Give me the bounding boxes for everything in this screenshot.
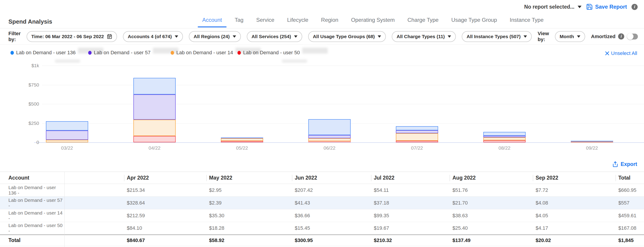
bar-04/22[interactable] bbox=[134, 66, 176, 142]
bar-segment[interactable] bbox=[308, 119, 351, 135]
save-report-info-icon[interactable]: i bbox=[632, 4, 638, 10]
x-axis-label: 08/22 bbox=[486, 145, 523, 151]
value-cell: $167.08 bbox=[616, 222, 644, 235]
bar-segment[interactable] bbox=[46, 121, 88, 131]
value-cell: $7.72 bbox=[533, 184, 616, 197]
export-button[interactable]: Export bbox=[612, 161, 637, 167]
filter-bar-divider bbox=[0, 44, 644, 45]
accounts-filter-pill[interactable]: Accounts 4 (of 674) bbox=[123, 31, 183, 42]
bar-segment[interactable] bbox=[308, 141, 351, 142]
value-cell: $19.67 bbox=[371, 222, 450, 235]
tab-region[interactable]: Region bbox=[321, 17, 338, 23]
tab-instance-type[interactable]: Instance Type bbox=[510, 17, 544, 23]
y-axis-label: $500 bbox=[0, 101, 39, 107]
bar-segment[interactable] bbox=[396, 130, 438, 133]
tab-lifecycle[interactable]: Lifecycle bbox=[287, 17, 308, 23]
legend-label: Lab on Demand - user 50 bbox=[243, 50, 300, 56]
charge-types-filter-pill[interactable]: All Charge Types (11) bbox=[392, 31, 456, 42]
bar-segment[interactable] bbox=[134, 120, 176, 136]
bar-segment[interactable] bbox=[221, 138, 263, 141]
unselect-all-button[interactable]: Unselect All bbox=[605, 50, 637, 56]
instance-types-filter-pill[interactable]: All Instance Types (507) bbox=[462, 31, 532, 42]
value-cell: $212.59 bbox=[124, 209, 206, 222]
account-name: Lab on Demand - user 57 - bbox=[8, 198, 64, 208]
regions-filter-pill[interactable]: All Regions (24) bbox=[189, 31, 241, 42]
spacer-cell bbox=[64, 222, 124, 235]
time-filter-pill[interactable]: Time: 06 Mar 2022 - 06 Sep 2022 bbox=[26, 31, 117, 42]
amortized-label: Amortized bbox=[591, 34, 616, 39]
bar-segment[interactable] bbox=[221, 138, 263, 138]
services-filter-value: All Services (254) bbox=[252, 34, 291, 39]
tab-bar: Account Tag Service Lifecycle Region Ope… bbox=[202, 0, 544, 28]
table-row: Lab on Demand - user 50 - $84.10 $18.28 … bbox=[0, 222, 644, 235]
usage-type-groups-filter-pill[interactable]: All Usage Type Groups (68) bbox=[308, 31, 386, 42]
table-header-row: Account Apr 2022 May 2022 Jun 2022 Jul 2… bbox=[0, 172, 644, 184]
export-label: Export bbox=[620, 161, 637, 167]
x-axis-label: 05/22 bbox=[224, 145, 260, 151]
bar-segment[interactable] bbox=[221, 141, 263, 142]
y-axis-label: 0 bbox=[0, 140, 39, 145]
tab-charge-type[interactable]: Charge Type bbox=[408, 17, 438, 23]
value-cell: $660.95 bbox=[616, 184, 644, 197]
column-header-account[interactable]: Account bbox=[0, 172, 64, 184]
bar-segment[interactable] bbox=[308, 135, 351, 138]
legend-dot-blue bbox=[10, 51, 14, 55]
chevron-down-icon bbox=[577, 35, 580, 38]
value-cell: $54.11 bbox=[371, 184, 450, 197]
amortized-toggle[interactable] bbox=[627, 34, 638, 39]
legend-item-user-50[interactable]: Lab on Demand - user 50 bbox=[238, 50, 328, 56]
bar-08/22[interactable] bbox=[483, 66, 526, 142]
charge-types-filter-value: All Charge Types (11) bbox=[396, 34, 445, 39]
total-value-cell: $20.02 bbox=[533, 235, 616, 246]
column-header-jul[interactable]: Jul 2022 bbox=[371, 172, 450, 184]
bar-segment[interactable] bbox=[483, 140, 526, 142]
bar-segment[interactable] bbox=[308, 138, 351, 141]
instance-types-filter-value: All Instance Types (507) bbox=[466, 34, 520, 39]
account-cell: Lab on Demand - user 50 - bbox=[0, 222, 64, 235]
bar-segment[interactable] bbox=[571, 141, 613, 141]
tab-operating-system[interactable]: Operating System bbox=[351, 17, 395, 23]
bar-segment[interactable] bbox=[46, 131, 88, 140]
tab-usage-type-group[interactable]: Usage Type Group bbox=[451, 17, 497, 23]
bar-segment[interactable] bbox=[396, 126, 438, 130]
value-cell: $35.30 bbox=[206, 209, 292, 222]
bar-segment[interactable] bbox=[134, 94, 176, 120]
filter-bar: Filter by: Time: 06 Mar 2022 - 06 Sep 20… bbox=[0, 28, 644, 44]
column-header-jun[interactable]: Jun 2022 bbox=[292, 172, 371, 184]
save-report-button[interactable]: Save Report bbox=[586, 3, 627, 10]
view-by-month-pill[interactable]: Month bbox=[555, 31, 585, 42]
bar-05/22[interactable] bbox=[221, 66, 263, 142]
x-axis-label: 03/22 bbox=[49, 145, 85, 151]
x-axis-label: 04/22 bbox=[136, 145, 173, 151]
total-value-cell: $58.92 bbox=[206, 235, 292, 246]
account-cell: Lab on Demand - user 57 - bbox=[0, 197, 64, 209]
bar-07/22[interactable] bbox=[396, 66, 438, 142]
bar-segment[interactable] bbox=[134, 78, 176, 94]
bar-segment[interactable] bbox=[134, 136, 176, 142]
services-filter-pill[interactable]: All Services (254) bbox=[247, 31, 302, 42]
spacer-cell bbox=[64, 184, 124, 197]
column-header-aug[interactable]: Aug 2022 bbox=[450, 172, 533, 184]
bar-segment[interactable] bbox=[396, 133, 438, 141]
bar-03/22[interactable] bbox=[46, 66, 88, 142]
amortized-info-icon[interactable]: i bbox=[618, 33, 624, 39]
column-header-total[interactable]: Total bbox=[616, 172, 644, 184]
bar-09/22[interactable] bbox=[571, 66, 613, 142]
tab-account[interactable]: Account bbox=[202, 17, 222, 23]
value-cell: $328.64 bbox=[124, 197, 206, 209]
table-row: Lab on Demand - user 14 - $212.59 $35.30… bbox=[0, 209, 644, 222]
tab-tag[interactable]: Tag bbox=[235, 17, 244, 23]
bar-segment[interactable] bbox=[46, 140, 88, 142]
bar-06/22[interactable] bbox=[308, 66, 351, 142]
bar-segment[interactable] bbox=[483, 137, 526, 140]
column-header-apr[interactable]: Apr 2022 bbox=[124, 172, 206, 184]
view-by-value: Month bbox=[560, 34, 574, 39]
total-label-cell: Total bbox=[0, 235, 64, 246]
bar-segment[interactable] bbox=[483, 136, 526, 137]
column-header-sep[interactable]: Sep 2022 bbox=[533, 172, 616, 184]
column-header-may[interactable]: May 2022 bbox=[206, 172, 292, 184]
bar-segment[interactable] bbox=[483, 132, 526, 136]
tab-service[interactable]: Service bbox=[256, 17, 274, 23]
bar-segment[interactable] bbox=[396, 141, 438, 142]
legend-item-user-57[interactable]: Lab on Demand - user 57 bbox=[88, 50, 178, 56]
